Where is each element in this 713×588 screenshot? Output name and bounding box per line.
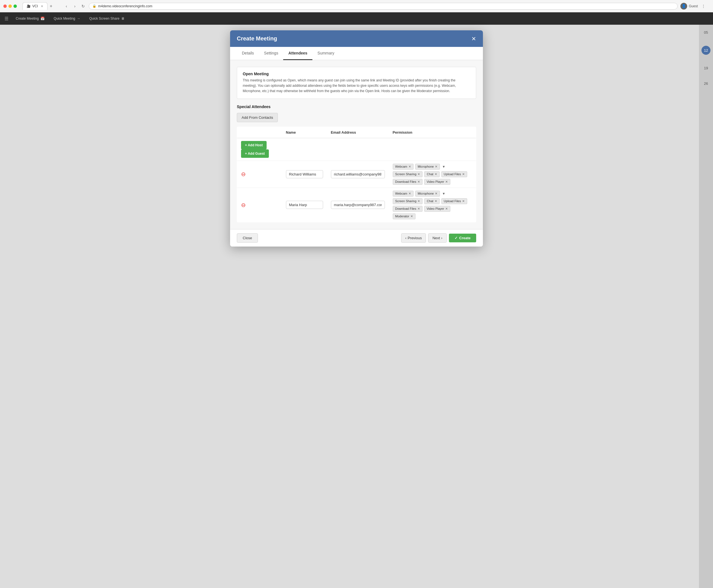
next-button[interactable]: Next › [428,233,446,243]
modal-overlay: Create Meeting ✕ Details Settings Attend… [230,30,483,247]
maria-remove-video-player-icon[interactable]: ✕ [445,207,448,211]
cal-num-3: 26 [704,81,708,86]
add-from-contacts-button[interactable]: Add From Contacts [237,113,278,122]
tab-summary[interactable]: Summary [312,47,339,60]
perm-tag-screen-sharing: Screen Sharing ✕ [393,171,423,177]
create-meeting-nav-label: Create Meeting [16,17,39,21]
tab-settings[interactable]: Settings [259,47,283,60]
maria-name-input[interactable] [286,201,323,209]
maria-remove-cell: ⊖ [237,188,282,222]
table-row: ⊖ Webcam ✕ Microphone ✕ [237,161,476,188]
next-label: Next [432,236,440,240]
add-host-button[interactable]: + Add Host [241,141,267,149]
modal-title: Create Meeting [237,35,277,42]
quick-meeting-nav-icon: → [77,17,80,21]
quick-meeting-nav-label: Quick Meeting [54,17,75,21]
create-meeting-modal: Create Meeting ✕ Details Settings Attend… [230,30,483,247]
add-perm-cell [389,138,476,161]
add-guest-button[interactable]: + Add Guest [241,149,269,158]
modal-footer: Close ‹ Previous Next › ✓ Create [230,229,483,247]
tab-close-button[interactable]: ✕ [41,4,43,8]
maria-permissions: Webcam ✕ Microphone ✕ ▾ Screen Sharing ✕… [393,191,472,219]
remove-download-files-icon[interactable]: ✕ [417,180,420,184]
create-button[interactable]: ✓ Create [449,234,476,242]
tab-bar: 🎥 VCI ✕ + [19,2,58,10]
maria-remove-microphone-icon[interactable]: ✕ [435,192,437,195]
remove-chat-icon[interactable]: ✕ [434,172,437,176]
close-traffic-light[interactable] [3,4,7,8]
back-button[interactable]: ‹ [63,4,69,8]
menu-dots-button[interactable]: ⋮ [701,4,706,8]
perm-dropdown-arrow-2[interactable]: ▾ [443,191,445,196]
tab-details[interactable]: Details [237,47,259,60]
modal-body: Open Meeting This meeting is configured … [230,60,483,229]
tab-attendees[interactable]: Attendees [283,47,312,60]
maria-perm-tag-screen-sharing: Screen Sharing ✕ [393,198,423,204]
perm-tag-webcam: Webcam ✕ [393,164,413,170]
add-attendee-row: + Add Host + Add Guest [237,138,476,161]
info-box-text: This meeting is configured as Open, whic… [243,78,470,94]
create-label: Create [459,236,471,240]
maria-remove-webcam-icon[interactable]: ✕ [408,192,411,195]
info-box: Open Meeting This meeting is configured … [237,67,476,99]
maria-remove-download-files-icon[interactable]: ✕ [417,207,420,211]
quick-screen-share-nav-button[interactable]: Quick Screen Share 🖥 [85,14,128,23]
modal-close-button[interactable]: ✕ [471,36,476,42]
maria-remove-moderator-icon[interactable]: ✕ [410,214,413,218]
cal-highlight-12: 12 [701,46,711,55]
add-email-cell [327,138,389,161]
perm-tag-microphone: Microphone ✕ [415,164,440,170]
richard-name-cell [282,161,327,188]
tab-favicon: 🎥 [27,4,30,8]
hamburger-icon[interactable]: ☰ [4,16,8,21]
modal-tabs: Details Settings Attendees Summary [230,47,483,60]
minimize-traffic-light[interactable] [8,4,12,8]
lock-icon: 🔒 [93,4,96,8]
special-attendees-title: Special Attendees [237,104,476,109]
close-button[interactable]: Close [237,233,258,243]
maria-remove-screen-sharing-icon[interactable]: ✕ [417,200,420,203]
cal-num-1: 05 [704,30,708,35]
remove-screen-sharing-icon[interactable]: ✕ [417,172,420,176]
cal-num-2: 19 [704,66,708,70]
previous-label: Previous [408,236,422,240]
richard-remove-button[interactable]: ⊖ [241,171,246,177]
perm-tag-video-player: Video Player ✕ [424,179,450,185]
add-name-cell [282,138,327,161]
perm-tag-chat: Chat ✕ [424,171,440,177]
perm-dropdown-arrow-1[interactable]: ▾ [443,164,445,169]
richard-name-input[interactable] [286,170,323,178]
maria-perm-tag-microphone: Microphone ✕ [415,191,440,196]
maria-perm-cell: Webcam ✕ Microphone ✕ ▾ Screen Sharing ✕… [389,188,476,222]
maria-remove-chat-icon[interactable]: ✕ [434,200,437,203]
remove-webcam-icon[interactable]: ✕ [408,165,411,168]
address-input[interactable]: 🔒 m4demo.videoconferencinginfo.com [89,3,678,9]
maria-perm-tag-chat: Chat ✕ [424,198,440,204]
maria-remove-upload-files-icon[interactable]: ✕ [462,200,465,203]
add-buttons-cell: + Add Host + Add Guest [237,138,282,161]
tab-title: VCI [32,4,38,8]
maximize-traffic-light[interactable] [14,4,17,8]
remove-microphone-icon[interactable]: ✕ [435,165,437,168]
remove-upload-files-icon[interactable]: ✕ [462,172,465,176]
col-header-action [237,127,282,138]
modal-header: Create Meeting ✕ [230,30,483,47]
create-meeting-nav-button[interactable]: Create Meeting 📅 [12,14,48,23]
new-tab-button[interactable]: + [47,4,55,9]
maria-remove-button[interactable]: ⊖ [241,202,246,208]
browser-tab-vci[interactable]: 🎥 VCI ✕ [22,2,47,10]
previous-button[interactable]: ‹ Previous [401,233,426,243]
guest-button[interactable]: 👤 Guest [680,3,698,9]
richard-email-cell [327,161,389,188]
table-row: ⊖ Webcam ✕ Microphone ✕ [237,188,476,222]
create-meeting-nav-icon: 📅 [40,17,45,21]
maria-name-cell [282,188,327,222]
remove-video-player-icon[interactable]: ✕ [445,180,448,184]
reload-button[interactable]: ↻ [80,4,86,8]
richard-email-input[interactable] [331,170,385,178]
maria-perm-tag-moderator: Moderator ✕ [393,213,415,219]
richard-remove-cell: ⊖ [237,161,282,188]
forward-button[interactable]: › [72,4,78,8]
quick-meeting-nav-button[interactable]: Quick Meeting → [50,14,84,23]
maria-email-input[interactable] [331,201,385,209]
